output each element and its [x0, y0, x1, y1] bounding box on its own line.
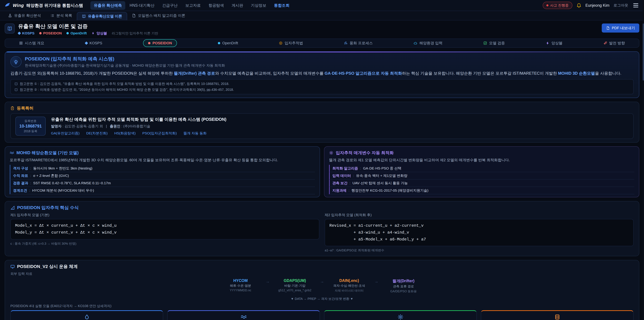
- page-scrollbar[interactable]: [643, 0, 644, 320]
- nav-item-oil-spill-forecast[interactable]: 유출유 확산예측: [90, 1, 125, 10]
- tab-model-theory[interactable]: 유출유확산모델 이론: [77, 12, 127, 20]
- nav-item-emergency-rescue[interactable]: 긴급구난: [159, 1, 181, 10]
- formula-model2: 제2 입자추적 모델 (최적화 후) Revised_x = a1·curren…: [325, 211, 634, 252]
- section-tab-kosps[interactable]: KOSPS: [85, 41, 102, 45]
- oil-barrel-icon: [554, 314, 560, 320]
- check-square-icon: [483, 41, 487, 45]
- tab-analysis-list[interactable]: 분석 목록: [46, 11, 77, 20]
- lightning-icon: [92, 32, 95, 35]
- beaker-icon: [8, 14, 12, 18]
- spec-row-grid: 격자 구성:동아시아 9km + 한반도 3km (Nesting): [10, 165, 315, 172]
- tab-label: 유출유확산모델 이론: [88, 14, 122, 19]
- patent-tag-drifter[interactable]: 뜰개 자동 동화: [184, 131, 206, 136]
- flow-node-hycom: HYCOM 해류·수온·염분 YYYYMMDD.nc: [221, 278, 260, 292]
- app-logo[interactable]: Wing 해양환경 위기대응 통합시스템: [5, 3, 83, 8]
- section-tab-overview[interactable]: 시스템 개요: [19, 41, 44, 46]
- logo-text: Wing: [13, 3, 24, 8]
- nav-item-aerial-search[interactable]: 항공탐색: [205, 1, 227, 10]
- gear-icon: [398, 314, 404, 320]
- flow-node-dain: DAIN(.enc) 격자·수심·해안선·조석 자체 바이너리 데이터: [330, 278, 369, 293]
- spec-row-vertical: 수직 좌표:σ + Z-level 혼합 (GVC): [10, 172, 315, 180]
- section-tab-bar: 시스템 개요 KOSPS POSEIDON OpenDrift 입자추적법 풍화…: [5, 39, 639, 48]
- cloud-icon: [414, 41, 417, 45]
- model-info-columns: MOHID 해양순환모델 (기반 모델) 포르투갈 IST/MARETEC에서 …: [5, 146, 639, 197]
- droplet-icon: [84, 314, 90, 320]
- mohid-spec-rows: 격자 구성:동아시아 9km + 한반도 3km (Nesting) 수직 좌표…: [10, 165, 315, 194]
- spec-row-algorithm: 최적화 알고리즘:GA·DE·HS·PSO 중 선택: [329, 165, 634, 172]
- patent-info: 유출유 확산 예측을 위한 입자 추적 모델 최적화 방법 및 이를 이용한 예…: [51, 117, 226, 136]
- pdf-export-button[interactable]: PDF 내보내기: [602, 24, 639, 33]
- patent-tag-pso[interactable]: PSO(입자군집최적화): [142, 131, 177, 136]
- spec-row-validation: 검증 결과:SST RMSE 0.42~0.78°C, SLA RMSE 0.1…: [10, 180, 315, 187]
- section-tab-validation[interactable]: 모델 검증: [483, 41, 505, 46]
- section-tab-ocean-input[interactable]: 해양환경 입력: [414, 41, 442, 46]
- main-nav: 유출유 확산예측 HNS·대기확산 긴급구난 보고자료 항공탐색 게시판 기상정…: [90, 1, 538, 10]
- grid-icon: [19, 41, 23, 45]
- circle-icon: [218, 42, 220, 44]
- nav-item-board[interactable]: 게시판: [228, 1, 246, 10]
- execution-module-grid: HYDR WAVE TIDE OILS: [10, 310, 634, 320]
- section-tab-weathering[interactable]: 풍화 프로세스: [344, 41, 373, 46]
- circle-icon: [66, 32, 69, 34]
- hamburger-menu-icon[interactable]: [632, 2, 639, 9]
- module-card-tide[interactable]: TIDE: [324, 310, 477, 320]
- incident-status-badge[interactable]: 사고 진행중: [543, 2, 572, 9]
- patent-number: 10-1868791: [19, 124, 42, 129]
- section-tab-ensemble[interactable]: 앙상블: [546, 41, 562, 46]
- patent-tag-ga[interactable]: GA(유전알고리즘): [51, 131, 80, 136]
- module-card-oils[interactable]: OILS: [481, 310, 634, 320]
- poseidon-title: POSEIDON (입자추적 최적화 예측 시스템): [25, 56, 225, 62]
- mohid-card: MOHID 해양순환모델 (기반 모델) 포르투갈 IST/MARETEC에서 …: [5, 146, 320, 197]
- tab-label: 분석 목록: [56, 13, 72, 18]
- poseidon-description: 김충기·김도연 외(등록특허 10-1868791, 2018)가 개발한 PO…: [10, 70, 634, 77]
- page-content: 유출유 확산 모델 이론 및 검증 KOSPS POSEIDON OpenDri…: [0, 21, 644, 320]
- formula-model1-label: 제1 입자추적 모델 (기본): [10, 213, 319, 217]
- section-tab-future[interactable]: 발전 방향: [604, 41, 625, 46]
- incident-status-label: 사고 진행중: [550, 3, 569, 8]
- page-title: 유출유 확산 모델 이론 및 검증: [18, 24, 158, 29]
- book-icon: [82, 14, 86, 18]
- section-tab-particle-tracking[interactable]: 입자추적법: [279, 41, 303, 46]
- optimization-card-title: 입자추적 매개변수 자동 최적화: [329, 150, 634, 156]
- clipboard-icon: [10, 106, 14, 110]
- section-tab-poseidon[interactable]: POSEIDON: [143, 39, 177, 47]
- patent-detail-box: 등록번호 10-1868791 2018 등록 유출유 확산 예측을 위한 입자…: [10, 113, 634, 139]
- reference-2: 참고문헌 ② : 이재호·임병준·김도연 외, "2016년 동아시아 해역의 …: [14, 87, 630, 92]
- book-icon: [14, 82, 18, 86]
- gear-icon: [329, 151, 334, 155]
- tab-spill-analysis[interactable]: 유출유 확산분석: [3, 11, 46, 20]
- flow-node-gdaps: GDAPS(UM) 바람·기온·기압 g512_v070_erea_*.grib…: [275, 278, 314, 292]
- patent-card: 등록특허 등록번호 10-1868791 2018 등록 유출유 확산 예측을 …: [5, 102, 639, 143]
- nav-item-reports[interactable]: 보고자료: [182, 1, 204, 10]
- modules-label: POSEIDON 4대 실행 모듈 (EA012 대격자 → KO108 연안 …: [10, 304, 634, 308]
- patent-tag-hs[interactable]: HS(화음탐색): [114, 131, 136, 136]
- pdf-document-icon: [606, 26, 610, 30]
- formula-model1-caption: c : 풍속 가중치 (예: c=0.3 → 바람의 30% 반영): [10, 241, 319, 246]
- notification-bell-icon[interactable]: [576, 3, 582, 8]
- tab-label: 오일펜스 배치 알고리즘 이론: [138, 13, 185, 18]
- module-card-wave[interactable]: WAVE: [167, 310, 320, 320]
- mohid-card-title: MOHID 해양순환모델 (기반 모델): [10, 150, 315, 156]
- lightning-icon: [546, 41, 550, 45]
- circle-icon: [39, 32, 42, 34]
- badge-opendrift: OpenDrift: [66, 31, 87, 35]
- nav-item-weather[interactable]: 기상정보: [248, 1, 270, 10]
- patent-tag-de[interactable]: DE(차분진화): [86, 131, 108, 136]
- rocket-icon: [604, 41, 607, 45]
- formula-model2-caption: a1~a7 : GA/DE/PSO로 최적화된 매개변수: [325, 248, 634, 252]
- scrollbar-thumb[interactable]: [643, 24, 644, 81]
- pipeline-caption: ▼ DATA → PREP → 격자 보간/포맷 변환 ▼: [10, 297, 634, 301]
- badge-ensemble: 앙상블: [92, 31, 107, 36]
- page-tagline: 라그랑지안 입자추적 이론 기반: [112, 31, 158, 36]
- list-icon: [50, 14, 54, 18]
- logout-button[interactable]: 로그아웃: [614, 3, 628, 8]
- formula-model2-label: 제2 입자추적 모델 (최적화 후): [325, 213, 634, 217]
- circle-icon: [148, 42, 150, 44]
- section-tab-opendrift[interactable]: OpenDrift: [218, 41, 238, 45]
- optimization-card: 입자추적 매개변수 자동 최적화 뜰개 관측 경로와 제1 모델 예측값의 단위…: [324, 146, 639, 197]
- optimization-description: 뜰개 관측 경로와 제1 모델 예측값의 단위시간별 변화량을 비교하여 제2 …: [329, 157, 634, 163]
- tab-oil-fence-theory[interactable]: 오일펜스 배치 알고리즘 이론: [127, 11, 190, 20]
- nav-item-hns-atmospheric[interactable]: HNS·대기확산: [126, 1, 158, 10]
- module-card-hydr[interactable]: HYDR: [10, 310, 163, 320]
- nav-item-integrated-search[interactable]: 통합조회: [271, 1, 293, 10]
